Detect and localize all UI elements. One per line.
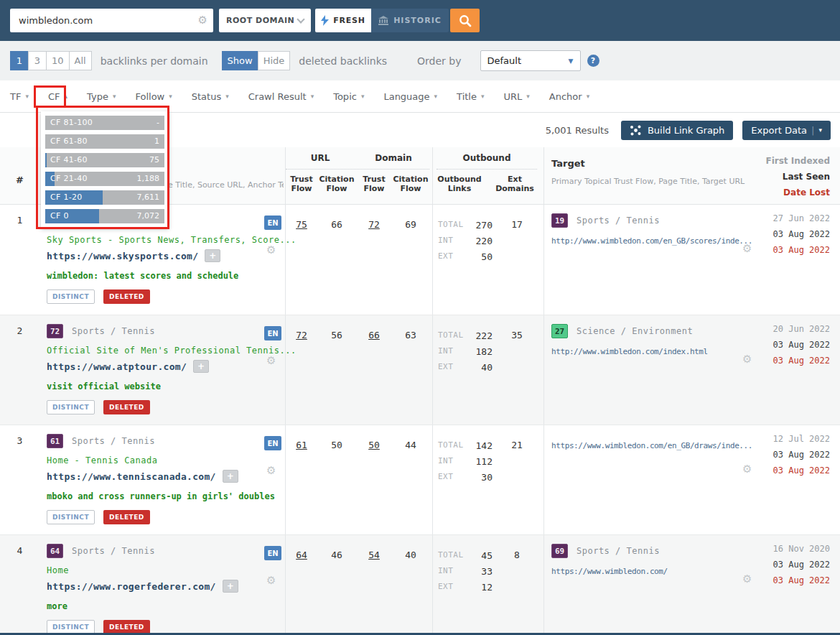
index-type-select[interactable]: ROOT DOMAIN [219,9,311,32]
help-icon[interactable]: ? [587,55,599,67]
cf-filter-option[interactable]: CF 21-40 1,188 [45,172,164,186]
domain-search-input[interactable] [10,9,213,32]
domain-trust-flow-value[interactable]: 54 [368,550,380,560]
historic-index-button[interactable]: HISTORIC [371,9,449,32]
cf-filter-option[interactable]: CF 1-20 7,611 [45,190,164,205]
options-toolbar: 1 3 10 All backlinks per domain Show Hid… [0,41,840,80]
order-by-select[interactable]: Default ▼ [480,50,581,71]
per-domain-button-1[interactable]: 1 [10,51,29,70]
row-settings-gear-icon[interactable]: ⚙ [266,574,276,587]
source-page-title-link[interactable]: Home [47,565,69,575]
first-indexed-date: 20 Jun 2022 [773,321,830,337]
row-number: 4 [0,545,39,556]
cf-filter-option[interactable]: CF 61-80 1 [45,134,164,149]
source-url-link[interactable]: https://www.tenniscanada.com/ [47,471,216,482]
cf-filter-option[interactable]: CF 81-100 - [45,116,164,130]
expand-plus-button[interactable]: + [205,249,220,262]
domain-trust-flow-value[interactable]: 66 [368,330,380,340]
expand-plus-button[interactable]: + [223,580,238,593]
source-page-title-link[interactable]: Sky Sports - Sports News, Transfers, Sco… [47,235,297,245]
link-graph-icon [630,124,642,136]
source-topic: 64 Sports / Tennis [47,544,155,558]
source-url-link[interactable]: https://www.skysports.com/ [47,251,198,261]
url-trust-flow-value[interactable]: 75 [296,219,307,230]
domain-trust-flow-value[interactable]: 72 [368,219,380,230]
filter-item-crawl-result[interactable]: Crawl Result ▾ [248,91,314,102]
header-first-indexed: First Indexed [766,153,831,169]
distinct-badge: DISTINCT [47,289,95,304]
source-page-title-link[interactable]: Home - Tennis Canada [47,455,158,465]
row-settings-gear-icon[interactable]: ⚙ [266,464,276,477]
target-topic-score-badge: 27 [551,324,568,338]
cf-option-range: CF 81-100 [50,118,93,127]
filter-item-topic[interactable]: Topic ▾ [333,91,364,102]
url-trust-flow-value[interactable]: 61 [296,440,307,450]
domain-trust-flow-value[interactable]: 50 [368,440,380,450]
results-count: 5,001 Results [546,125,609,136]
backlinks-page: ⚙ ROOT DOMAIN FRESH HISTORIC [0,0,840,635]
domain-citation-flow-value: 63 [393,330,428,340]
source-url-link[interactable]: https://www.rogerfederer.com/ [47,581,216,592]
filter-item-type[interactable]: Type ▾ [87,91,116,102]
search-settings-gear-icon[interactable]: ⚙ [198,14,207,27]
target-settings-gear-icon[interactable]: ⚙ [742,242,752,255]
target-url-link[interactable]: https://www.wimbledon.com/ [551,567,668,576]
target-settings-gear-icon[interactable]: ⚙ [742,463,752,476]
cf-option-count: 7,611 [137,193,160,202]
cf-option-count: 1,188 [137,174,160,183]
filter-arrow-icon: ▾ [587,93,590,100]
target-settings-gear-icon[interactable]: ⚙ [742,353,752,366]
outbound-ext-label: EXT [438,582,453,591]
filter-item-title[interactable]: Title ▾ [457,91,484,102]
row-settings-gear-icon[interactable]: ⚙ [266,354,276,367]
anchor-text: more [47,601,67,611]
target-url-link[interactable]: https://www.wimbledon.com/en_GB/draws/in… [551,441,752,450]
target-url-link[interactable]: http://www.wimbledon.com/en_GB/scores/in… [551,236,752,246]
fresh-index-button[interactable]: FRESH [315,9,371,32]
filter-item-url[interactable]: URL ▾ [504,91,530,102]
filter-bar: TF ▾ CF ▴ Type ▾ Follow ▾ Status ▾ Crawl… [0,80,840,113]
search-button[interactable] [450,9,480,32]
filter-item-tf[interactable]: TF ▾ [10,91,29,102]
show-deleted-button[interactable]: Show [222,51,258,70]
bank-icon [378,16,388,25]
expand-plus-button[interactable]: + [223,470,238,483]
url-trust-flow-value[interactable]: 64 [296,550,307,560]
source-topic-label: Sports / Tennis [72,546,155,556]
header-outbound-group: Outbound [438,153,536,163]
outbound-ext-value: 30 [457,472,493,483]
header-domain-group: Domain [358,153,429,163]
row-settings-gear-icon[interactable]: ⚙ [266,244,276,256]
build-link-graph-button[interactable]: Build Link Graph [621,121,733,140]
deleted-badge: DELETED [103,620,150,634]
filter-item-status[interactable]: Status ▾ [192,91,229,102]
target-settings-gear-icon[interactable]: ⚙ [742,573,752,585]
per-domain-button-all[interactable]: All [69,51,92,70]
filter-item-cf[interactable]: CF ▴ [48,91,67,102]
source-topic: 61 Sports / Tennis [47,434,155,448]
date-lost-date: 03 Aug 2022 [773,353,830,369]
filter-item-anchor[interactable]: Anchor ▾ [549,91,589,102]
target-url-link[interactable]: http://www.wimbledon.com/index.html [551,347,708,356]
outbound-int-value: 33 [457,566,493,577]
expand-plus-button[interactable]: + [193,360,209,373]
outbound-int-value: 220 [457,236,493,246]
url-trust-flow-value[interactable]: 72 [296,330,307,340]
target-topic-score-badge: 69 [551,544,568,558]
hide-deleted-button[interactable]: Hide [258,51,291,70]
cf-filter-option[interactable]: CF 41-60 75 [45,153,164,167]
per-domain-button-3[interactable]: 3 [28,51,47,70]
cf-filter-option[interactable]: CF 0 7,072 [45,209,164,223]
filter-item-language[interactable]: Language ▾ [383,91,437,102]
per-domain-button-10[interactable]: 10 [46,51,70,70]
header-outbound-links: Outbound Links [437,175,482,193]
export-data-button[interactable]: Export Data | ▾ [742,121,831,140]
row-number: 2 [0,325,39,336]
table-row: 3 61 Sports / Tennis Home - Tennis Canad… [0,425,840,534]
header-target: Target [551,158,585,169]
source-page-title-link[interactable]: Official Site of Men's Professional Tenn… [47,346,297,356]
outbound-total-value: 222 [457,330,493,341]
filter-item-follow[interactable]: Follow ▾ [135,91,172,102]
source-url-link[interactable]: https://www.atptour.com/ [47,361,187,372]
url-citation-flow-value: 66 [320,219,353,230]
